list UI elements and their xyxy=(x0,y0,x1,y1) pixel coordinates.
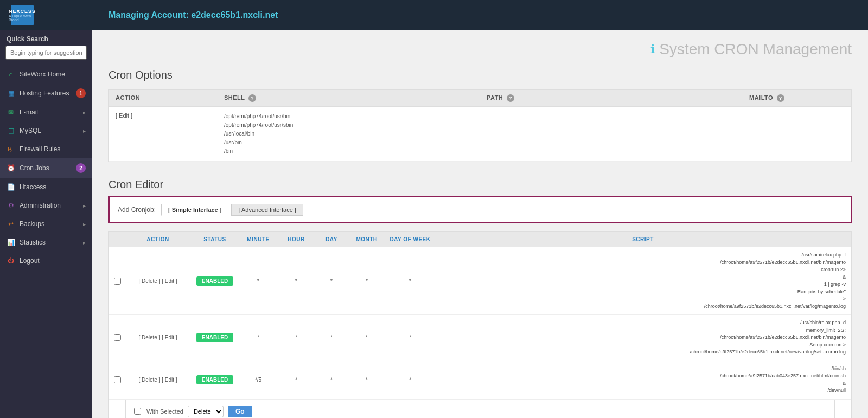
logo-box: NEXCESS A Liquid Web Brand xyxy=(11,5,34,25)
cjth-minute: MINUTE xyxy=(239,232,277,247)
logo-area: NEXCESS A Liquid Web Brand xyxy=(11,5,103,25)
go-button[interactable]: Go xyxy=(228,406,252,417)
sidebar-item-htaccess[interactable]: 📄 Htaccess xyxy=(0,178,92,196)
th-mailto: MAILTO ? xyxy=(743,90,851,106)
cron-options-header: ACTION SHELL ? PATH ? MAILTO ? xyxy=(109,90,851,107)
row2-checkbox[interactable] xyxy=(114,334,121,341)
cron-editor-title: Cron Editor xyxy=(92,173,868,196)
row2-dayofweek: * xyxy=(386,330,435,345)
sidebar: Quick Search ⌂ SiteWorx Home ▦ Hosting F… xyxy=(0,30,92,418)
row1-minute: * xyxy=(239,274,277,288)
cron-options-path xyxy=(480,107,743,161)
row3-delete-link[interactable]: [ Delete ] xyxy=(138,377,160,383)
chart-icon: 📊 xyxy=(7,238,15,247)
table-row: [ Delete ] [ Edit ] ENABLED * * * * * /u… xyxy=(109,315,851,361)
sidebar-label-logout: Logout xyxy=(20,257,40,265)
row1-checkbox[interactable] xyxy=(114,278,121,285)
main-layout: Quick Search ⌂ SiteWorx Home ▦ Hosting F… xyxy=(0,30,868,418)
cron-editor-box: Add Cronjob: [ Simple Interface ] [ Adva… xyxy=(108,196,852,223)
cron-options-title: Cron Options xyxy=(92,63,868,89)
row1-day: * xyxy=(315,274,348,288)
row3-dayofweek: * xyxy=(386,372,435,387)
backup-icon: ↩ xyxy=(7,220,15,228)
search-input[interactable] xyxy=(5,46,87,60)
app-header: NEXCESS A Liquid Web Brand Managing Acco… xyxy=(0,0,868,30)
shell-help-icon[interactable]: ? xyxy=(248,94,256,102)
hosting-features-badge: 1 xyxy=(76,88,86,98)
page-title: ℹ System CRON Management xyxy=(650,41,852,58)
path-help-icon[interactable]: ? xyxy=(507,94,514,102)
sidebar-item-statistics[interactable]: 📊 Statistics ▸ xyxy=(0,233,92,252)
mysql-icon: ◫ xyxy=(7,126,15,135)
admin-arrow: ▸ xyxy=(83,203,86,209)
row3-minute: */5 xyxy=(239,372,277,387)
row1-delete-link[interactable]: [ Delete ] xyxy=(138,278,160,284)
cron-options-action: [ Edit ] xyxy=(109,107,218,161)
row2-day: * xyxy=(315,330,348,345)
mysql-arrow: ▸ xyxy=(83,128,86,134)
tab-simple-interface[interactable]: [ Simple Interface ] xyxy=(161,204,228,216)
row2-minute: * xyxy=(239,330,277,345)
sidebar-item-siteworx-home[interactable]: ⌂ SiteWorx Home xyxy=(0,65,92,83)
cron-jobs-header: ACTION STATUS MINUTE HOUR DAY MONTH DAY … xyxy=(109,232,851,247)
row3-checkbox-cell xyxy=(109,372,125,388)
row3-edit-link[interactable]: [ Edit ] xyxy=(162,377,177,383)
email-arrow: ▸ xyxy=(83,110,86,115)
page-header: ℹ System CRON Management xyxy=(92,30,868,63)
cron-options-table: ACTION SHELL ? PATH ? MAILTO ? [ Edit ] … xyxy=(108,89,852,162)
cjth-check xyxy=(109,232,125,247)
row2-script: /usr/sbin/relax php -d memory_limit=2G; … xyxy=(435,315,851,361)
server-icon: ▦ xyxy=(7,89,15,98)
cron-options-edit-link[interactable]: [ Edit ] xyxy=(116,112,132,119)
sidebar-item-backups[interactable]: ↩ Backups ▸ xyxy=(0,215,92,233)
row2-delete-link[interactable]: [ Delete ] xyxy=(138,335,160,340)
th-path: PATH ? xyxy=(480,90,743,106)
row3-script: /bin/sh /chroot/home/a9f2571b/cab043e257… xyxy=(435,361,851,399)
row3-checkbox[interactable] xyxy=(114,376,121,383)
cron-options-shell: /opt/remi/php74/root/usr/bin /opt/remi/p… xyxy=(218,107,480,161)
content-area: ℹ System CRON Management Cron Options AC… xyxy=(92,30,868,418)
sidebar-item-administration[interactable]: ⚙ Administration ▸ xyxy=(0,196,92,215)
tab-advanced-interface[interactable]: [ Advanced Interface ] xyxy=(231,204,303,216)
mailto-help-icon[interactable]: ? xyxy=(777,94,784,102)
with-selected-select[interactable]: Delete xyxy=(188,406,224,417)
sidebar-item-cron-jobs[interactable]: ⏰ Cron Jobs 2 xyxy=(0,158,92,178)
row3-hour: * xyxy=(277,372,315,387)
logo-sub: A Liquid Web Brand xyxy=(9,14,36,22)
sidebar-item-logout[interactable]: ⏻ Logout xyxy=(0,252,92,270)
row1-hour: * xyxy=(277,274,315,288)
cron-jobs-badge: 2 xyxy=(76,163,86,173)
cjth-action: ACTION xyxy=(125,232,190,247)
row1-action: [ Delete ] [ Edit ] xyxy=(125,274,190,288)
row3-month: * xyxy=(348,372,386,387)
sidebar-label-siteworx-home: SiteWorx Home xyxy=(20,70,65,78)
email-icon: ✉ xyxy=(7,108,15,117)
row1-month: * xyxy=(348,274,386,288)
logo-text: NEXCESS xyxy=(9,9,36,14)
row1-dayofweek: * xyxy=(386,274,435,288)
row3-enabled-badge: ENABLED xyxy=(196,375,233,384)
sidebar-item-mysql[interactable]: ◫ MySQL ▸ xyxy=(0,121,92,140)
clock-icon: ⏰ xyxy=(7,164,15,172)
sidebar-item-hosting-features[interactable]: ▦ Hosting Features 1 xyxy=(0,83,92,103)
page-title-icon: ℹ xyxy=(650,42,655,56)
select-all-checkbox[interactable] xyxy=(134,408,141,415)
cjth-status: STATUS xyxy=(190,232,239,247)
sidebar-item-firewall-rules[interactable]: ⛨ Firewall Rules xyxy=(0,140,92,158)
cron-options-mailto xyxy=(743,107,851,161)
quick-search-label: Quick Search xyxy=(0,30,92,46)
sidebar-label-statistics: Statistics xyxy=(20,239,46,246)
row1-script: /usr/sbin/relax php -f /chroot/home/a9f2… xyxy=(435,247,851,314)
sidebar-label-mysql: MySQL xyxy=(20,127,41,134)
header-title: Managing Account: e2decc65b1.nxcli.net xyxy=(108,10,278,20)
file-icon: 📄 xyxy=(7,183,15,191)
row2-edit-link[interactable]: [ Edit ] xyxy=(162,335,177,340)
sidebar-label-email: E-mail xyxy=(20,108,38,116)
sidebar-item-email[interactable]: ✉ E-mail ▸ xyxy=(0,103,92,121)
logout-icon: ⏻ xyxy=(7,256,15,265)
row1-edit-link[interactable]: [ Edit ] xyxy=(162,278,177,284)
sidebar-label-hosting-features: Hosting Features xyxy=(20,89,69,97)
cjth-script: SCRIPT xyxy=(435,232,851,247)
row3-day: * xyxy=(315,372,348,387)
backups-arrow: ▸ xyxy=(83,221,86,227)
